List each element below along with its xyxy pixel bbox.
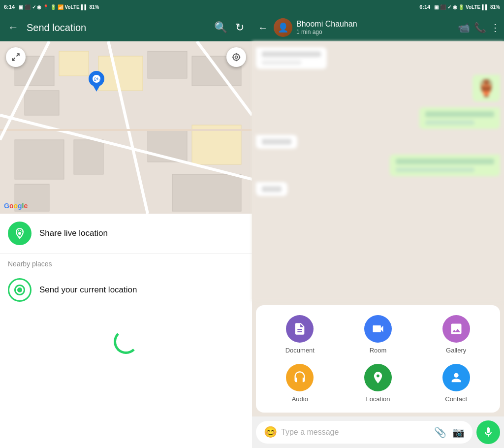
attachment-gallery[interactable]: Gallery: [422, 315, 490, 354]
time-left: 6:14: [4, 4, 15, 10]
message-row-emoji: 🏺: [256, 73, 500, 103]
live-location-icon: [8, 222, 32, 245]
nearby-section: Nearby places: [0, 254, 252, 270]
svg-rect-8: [74, 140, 103, 174]
message-row-outgoing2: [256, 153, 500, 178]
camera-icon[interactable]: 📷: [452, 426, 465, 438]
refresh-button[interactable]: ↻: [235, 21, 244, 34]
loading-spinner: [114, 329, 138, 354]
input-right-icons: 📎 📷: [434, 426, 465, 438]
document-label: Document: [285, 347, 315, 354]
avatar-image: 👤: [274, 18, 292, 37]
audio-icon: [286, 364, 314, 391]
svg-rect-4: [98, 56, 143, 91]
share-live-label: Share live location: [39, 228, 108, 238]
map-area[interactable]: 🛍: [0, 41, 252, 214]
attachment-location[interactable]: Location: [344, 364, 412, 403]
svg-marker-20: [93, 85, 100, 92]
mic-button[interactable]: [476, 420, 500, 444]
status-bar-right: 6:14 ▣ ⬛ ✓ ◉ 🔋 VoLTE ▌▌ 81%: [252, 0, 504, 14]
location-radio: [8, 278, 32, 302]
chat-input-bar: 😊 Type a message 📎 📷: [252, 416, 504, 448]
gallery-icon: [442, 315, 470, 343]
attachment-audio[interactable]: Audio: [266, 364, 334, 403]
location-label: Location: [366, 395, 390, 403]
status-bar-left: 6:14 ▣ ⬛ ✓ ◉ 📍 🔋 📶 VoLTE ▌▌ 81%: [0, 0, 252, 14]
message-bubble-outgoing: [419, 107, 500, 129]
main-content: ← Send location 🔍 ↻: [0, 14, 504, 448]
fullscreen-button[interactable]: [6, 47, 26, 67]
document-icon: [286, 315, 314, 343]
message-row: [256, 45, 500, 71]
back-button[interactable]: ←: [8, 21, 19, 34]
chat-action-icons: 📹 📞 ⋮: [458, 22, 500, 33]
location-icon: [364, 364, 392, 391]
right-panel: ← 👤 Bhoomi Chauhan 1 min ago 📹 📞 ⋮: [252, 14, 504, 448]
loading-container: [0, 310, 252, 374]
attachment-panel: Document Room Gallery: [256, 305, 500, 413]
message-row-incoming3: [256, 180, 500, 198]
chat-status: 1 min ago: [296, 29, 454, 35]
contact-label: Contact: [445, 395, 467, 403]
emoji-icon[interactable]: 😊: [264, 426, 277, 439]
message-row-incoming2: [256, 133, 500, 151]
svg-rect-7: [15, 140, 64, 179]
map-svg: [0, 41, 252, 214]
contact-icon: [442, 364, 470, 391]
svg-rect-5: [148, 51, 187, 78]
left-panel: ← Send location 🔍 ↻: [0, 14, 252, 448]
search-button[interactable]: 🔍: [214, 21, 227, 34]
locate-button[interactable]: [226, 47, 246, 67]
message-bubble-incoming2: [256, 135, 297, 149]
chat-contact-name: Bhoomi Chauhan: [296, 20, 454, 29]
attachment-contact[interactable]: Contact: [422, 364, 490, 403]
status-bar: 6:14 ▣ ⬛ ✓ ◉ 📍 🔋 📶 VoLTE ▌▌ 81% 6:14 ▣ ⬛…: [0, 0, 504, 14]
location-radio-dot: [17, 288, 22, 292]
map-pin: 🛍: [89, 71, 104, 96]
attachment-document[interactable]: Document: [266, 315, 334, 354]
audio-label: Audio: [292, 395, 308, 403]
send-current-location-item[interactable]: Send your current location: [0, 270, 252, 310]
video-call-icon[interactable]: 📹: [458, 22, 470, 33]
room-icon: [364, 315, 392, 343]
more-options-icon[interactable]: ⋮: [490, 22, 500, 33]
svg-rect-12: [172, 174, 241, 211]
status-icons-right: ▣ ⬛ ✓ ◉ 🔋 VoLTE ▌▌ 81%: [434, 4, 500, 10]
message-bubble-incoming: [256, 47, 327, 69]
status-icons-left: ▣ ⬛ ✓ ◉ 📍 🔋 📶 VoLTE ▌▌ 81%: [19, 4, 99, 10]
message-row-outgoing: [256, 105, 500, 131]
google-logo: Google: [4, 202, 28, 210]
send-location-app-bar: ← Send location 🔍 ↻: [0, 14, 252, 41]
room-label: Room: [370, 347, 387, 354]
app-bar-title: Send location: [27, 22, 206, 33]
svg-rect-2: [59, 51, 89, 76]
message-bubble-emoji: 🏺: [472, 75, 500, 101]
svg-point-25: [233, 54, 239, 60]
chat-input-field[interactable]: 😊 Type a message 📎 📷: [256, 421, 472, 444]
svg-rect-3: [25, 91, 59, 115]
message-bubble-incoming3: [256, 182, 287, 196]
chat-avatar: 👤: [274, 18, 292, 37]
attach-icon[interactable]: 📎: [434, 426, 446, 438]
message-placeholder[interactable]: Type a message: [281, 428, 430, 437]
message-bubble-outgoing2: [390, 155, 500, 176]
nearby-label: Nearby places: [8, 260, 52, 268]
chat-messages: 🏺: [252, 41, 504, 301]
location-radio-inner: [14, 285, 25, 295]
gallery-label: Gallery: [446, 347, 466, 354]
attachment-room[interactable]: Room: [344, 315, 412, 354]
chat-app-bar: ← 👤 Bhoomi Chauhan 1 min ago 📹 📞 ⋮: [252, 14, 504, 41]
voice-call-icon[interactable]: 📞: [474, 22, 486, 33]
svg-text:🛍: 🛍: [94, 76, 99, 83]
time-right: 6:14: [419, 4, 430, 10]
share-live-location-item[interactable]: Share live location: [0, 214, 252, 254]
svg-point-24: [235, 56, 238, 59]
svg-point-30: [18, 232, 21, 235]
chat-back-button[interactable]: ←: [256, 20, 270, 35]
chat-info: Bhoomi Chauhan 1 min ago: [296, 20, 454, 35]
send-current-label: Send your current location: [39, 285, 137, 295]
